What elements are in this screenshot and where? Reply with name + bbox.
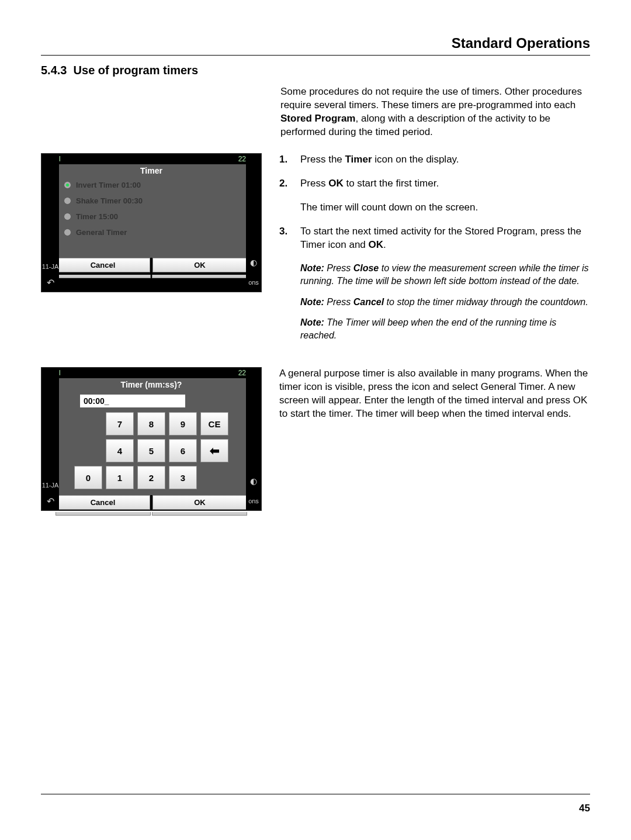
radio-option-invert[interactable]: Invert Timer 01:00: [56, 177, 247, 193]
dialog-title: Timer (mm:ss)?: [56, 378, 247, 391]
timer-keypad-screenshot: 10 Al 22 nm Timer (mm:ss)? 00:00_ 7 8 9 …: [41, 367, 262, 511]
header-title: Standard Operations: [41, 35, 590, 51]
radio-option-timer15[interactable]: Timer 15:00: [56, 209, 247, 224]
key-ce[interactable]: CE: [200, 412, 228, 435]
step-text: Press the Timer icon on the display.: [300, 153, 459, 167]
key-backspace[interactable]: ⬅: [200, 439, 228, 462]
key-7[interactable]: 7: [106, 412, 134, 435]
radio-label: General Timer: [76, 228, 127, 237]
intro-text-a: Some procedures do not require the use o…: [280, 86, 582, 110]
device-right-label: ons: [248, 497, 259, 504]
timer-dialog-screenshot: 10 Al 22 nm Timer Invert Timer 01:00 Sha…: [41, 153, 262, 292]
page-footer: 45: [41, 790, 590, 814]
cancel-button[interactable]: Cancel: [56, 495, 150, 510]
keypad: 7 8 9 CE 4 5 6 ⬅ 0 1 2 3: [56, 410, 247, 493]
step-text: To start the next timed activity for the…: [300, 225, 590, 252]
section-number: 5.4.3: [41, 64, 67, 77]
radio-icon: [64, 197, 71, 205]
device-left-label: 11-JA: [42, 482, 59, 489]
options-icon[interactable]: ◐: [250, 258, 257, 267]
instruction-list: 1. Press the Timer icon on the display. …: [279, 153, 590, 350]
radio-option-general[interactable]: General Timer: [56, 224, 247, 240]
intro-paragraph: Some procedures do not require the use o…: [280, 85, 590, 139]
radio-icon: [64, 213, 71, 220]
key-1[interactable]: 1: [106, 466, 134, 489]
header-rule: [41, 55, 590, 56]
key-9[interactable]: 9: [169, 412, 197, 435]
dialog-title: Timer: [56, 164, 247, 177]
step-number: 2.: [279, 177, 292, 191]
note-text: Note: The Timer will beep when the end o…: [300, 316, 590, 341]
key-3[interactable]: 3: [169, 466, 197, 489]
cancel-button[interactable]: Cancel: [56, 258, 150, 272]
section-title: Use of program timers: [74, 64, 198, 77]
intro-bold: Stored Program: [280, 113, 355, 124]
step-number: 3.: [279, 225, 292, 252]
key-8[interactable]: 8: [137, 412, 165, 435]
return-icon[interactable]: ↶: [47, 496, 54, 507]
device-left-label: 11-JA: [42, 263, 59, 270]
radio-icon: [64, 229, 71, 236]
general-timer-paragraph: A general purpose timer is also availabl…: [279, 367, 590, 421]
step-subtext: The timer will count down on the screen.: [300, 201, 590, 215]
radio-option-shake[interactable]: Shake Timer 00:30: [56, 193, 247, 209]
key-0[interactable]: 0: [74, 466, 102, 489]
footer-rule: [41, 794, 590, 794]
key-4[interactable]: 4: [106, 439, 134, 462]
key-5[interactable]: 5: [137, 439, 165, 462]
radio-label: Invert Timer 01:00: [76, 181, 141, 189]
radio-icon: [64, 181, 71, 189]
ok-button[interactable]: OK: [152, 258, 247, 272]
return-icon[interactable]: ↶: [47, 277, 54, 288]
ok-button[interactable]: OK: [152, 495, 247, 510]
step-number: 1.: [279, 153, 292, 167]
step-text: Press OK to start the first timer.: [300, 177, 439, 191]
section-heading: 5.4.3 Use of program timers: [41, 64, 590, 77]
radio-label: Timer 15:00: [76, 212, 118, 221]
note-text: Note: Press Cancel to stop the timer mid…: [300, 296, 590, 309]
keypad-display[interactable]: 00:00_: [80, 395, 185, 407]
key-6[interactable]: 6: [169, 439, 197, 462]
page-number: 45: [41, 803, 590, 814]
device-right-label: ons: [248, 279, 259, 286]
note-text: Note: Press Close to view the measuremen…: [300, 262, 590, 287]
key-2[interactable]: 2: [137, 466, 165, 489]
radio-label: Shake Timer 00:30: [76, 196, 143, 205]
options-icon[interactable]: ◐: [250, 476, 257, 486]
